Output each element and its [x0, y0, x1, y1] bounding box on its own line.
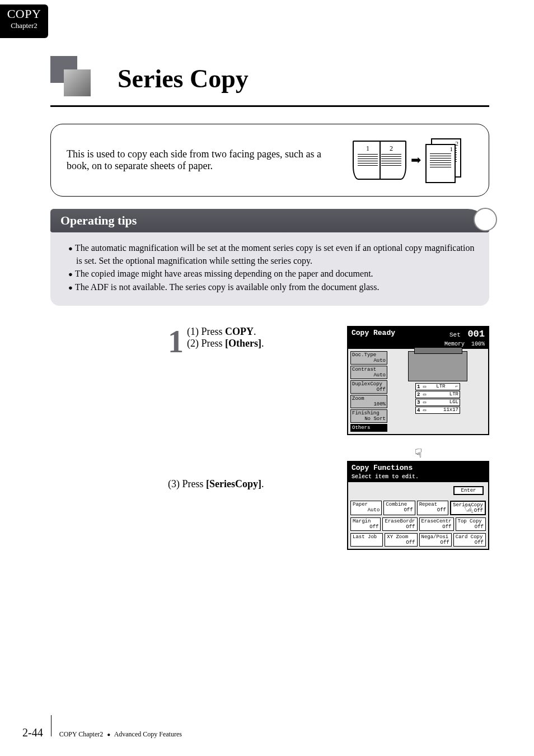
screen2-title: Copy Functions [352, 464, 413, 472]
intro-text: This is used to copy each side from two … [67, 148, 341, 172]
tip-item: The automatic magnification will be set … [60, 241, 479, 267]
book-page-left: 1 [357, 145, 379, 152]
combine-button[interactable]: CombineOff [383, 501, 415, 515]
tray-4[interactable]: 4 ▭11x17 [415, 407, 460, 414]
screen1-mem-value: 100% [471, 341, 485, 347]
cardcopy-button[interactable]: Card CopyOff [453, 533, 486, 547]
repeat-button[interactable]: RepeatOff [417, 501, 448, 515]
footer-separator [51, 715, 51, 736]
operating-tips-list: The automatic magnification will be set … [50, 232, 489, 306]
intro-box: This is used to copy each side from two … [50, 124, 489, 197]
copy-functions-screen: Copy Functions Select item to edit. Ente… [347, 461, 489, 550]
enter-button[interactable]: Enter [453, 486, 484, 495]
operating-tips-title: Operating tips [60, 213, 137, 227]
erasebordr-button[interactable]: EraseBordrOff [382, 517, 417, 531]
side-others-button[interactable]: Others [350, 424, 387, 432]
topcopy-button[interactable]: Top CopyOff [456, 517, 486, 531]
section-icon [50, 56, 101, 101]
copier-illustration [408, 351, 467, 381]
screen2-subtitle: Select item to edit. [352, 474, 419, 480]
side-finishing-button[interactable]: FinishingNo Sort [350, 409, 387, 423]
erasecentr-button[interactable]: EraseCentrOff [419, 517, 454, 531]
screen1-set-value: 001 [464, 329, 485, 339]
xyzoom-button[interactable]: XY ZoomOff [385, 533, 417, 547]
intro-diagram: 1 2 ➡ 2 1 [353, 138, 473, 183]
sheet-front-num: 1 [427, 145, 455, 152]
step-1a: (1) Press COPY. [168, 326, 325, 338]
side-contrast-button[interactable]: ContrastAuto [350, 366, 387, 379]
step-number: 1 [168, 326, 184, 357]
screen1-mem-label: Memory [444, 341, 465, 347]
book-icon: 1 2 [353, 141, 406, 180]
footer-dot: ● [105, 731, 113, 738]
margin-button[interactable]: MarginOff [350, 517, 381, 531]
screen1-title: Copy Ready [352, 329, 395, 339]
side-doctype-button[interactable]: Doc.TypeAuto [350, 351, 387, 365]
page-number: 2-44 [22, 726, 43, 739]
page-footer: 2-44 COPY Chapter2 ● Advanced Copy Featu… [22, 715, 182, 739]
screen1-set-label: Set [449, 332, 461, 338]
title-rule [50, 105, 489, 107]
tray-1[interactable]: 1 ▭LTR⌐ [415, 383, 460, 390]
hand-pointer-icon: ☟ [347, 446, 489, 461]
negaposi-button[interactable]: Nega/PosiOff [419, 533, 452, 547]
tips-circle-icon [474, 208, 497, 231]
side-zoom-button[interactable]: Zoom100% [350, 395, 387, 408]
chapter-tab-title: COPY [0, 7, 48, 21]
copy-ready-screen: Copy Ready Set 001 Memory 100% Doc.TypeA… [347, 326, 489, 435]
tip-item: The ADF is not available. The series cop… [60, 281, 479, 293]
chapter-tab-sub: Chapter2 [0, 21, 48, 30]
dotted-divider-h [142, 312, 489, 315]
paper-button[interactable]: PaperAuto [350, 501, 382, 515]
output-sheet-stack: 2 1 [425, 138, 459, 182]
step-1b: (2) Press [Others]. [168, 338, 325, 349]
tray-3[interactable]: 3 ▭LGL [415, 399, 460, 406]
seriescopy-button[interactable]: SeriesCopyOff [450, 501, 486, 515]
arrow-icon: ➡ [411, 153, 421, 167]
tray-2[interactable]: 2 ▭LTR [415, 391, 460, 398]
footer-crumb-1: COPY Chapter2 [59, 730, 104, 738]
page-title: Series Copy [118, 64, 249, 94]
footer-crumb-2: Advanced Copy Features [114, 730, 182, 738]
chapter-tab: COPY Chapter2 [0, 4, 48, 38]
lastjob-button[interactable]: Last Job [350, 533, 383, 547]
side-duplex-button[interactable]: DuplexCopyOff [350, 380, 387, 394]
tip-item: The copied image might have areas missin… [60, 267, 479, 280]
book-page-right: 2 [380, 145, 402, 152]
operating-tips-bar: Operating tips [50, 209, 489, 232]
step-3: (3) Press [SeriesCopy]. [168, 478, 325, 490]
